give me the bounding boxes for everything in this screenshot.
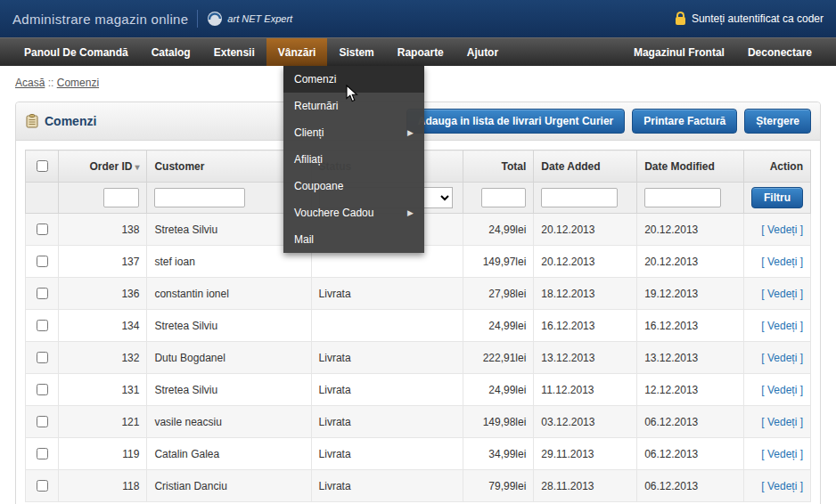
date-modified-cell: 06.12.2013 bbox=[637, 470, 744, 502]
customer-cell: Stretea Silviu bbox=[147, 310, 311, 342]
date-modified-cell: 13.12.2013 bbox=[637, 342, 744, 374]
customer-cell: vasile neacsiu bbox=[147, 406, 311, 438]
nav-item-deconectare[interactable]: Deconectare bbox=[736, 38, 824, 66]
nav-item-catalog[interactable]: Catalog bbox=[140, 38, 202, 66]
add-urgent-curier-button[interactable]: Adauga in lista de livrari Urgent Curier bbox=[406, 109, 625, 134]
order-id-filter-input[interactable] bbox=[103, 188, 139, 207]
date-added-cell: 20.12.2013 bbox=[534, 246, 637, 278]
date-added-cell: 20.12.2013 bbox=[534, 214, 637, 246]
table-row: 134 Stretea Silviu 24,99lei 16.12.2013 1… bbox=[26, 310, 811, 342]
menu-item-coupoane[interactable]: Coupoane bbox=[283, 173, 424, 199]
view-link[interactable]: [ Vedeți ] bbox=[761, 288, 803, 300]
row-checkbox-cell bbox=[26, 342, 59, 374]
total-filter-input[interactable] bbox=[481, 188, 526, 207]
app-title: Administrare magazin online bbox=[12, 12, 188, 27]
print-invoice-button[interactable]: Printare Factură bbox=[632, 109, 737, 134]
date-modified-cell: 12.12.2013 bbox=[637, 374, 744, 406]
nav-item-magazinul-frontal[interactable]: Magazinul Frontal bbox=[622, 38, 736, 66]
menu-item-afiliati[interactable]: Afiliați bbox=[283, 146, 424, 173]
menu-item-returnari[interactable]: Returnări bbox=[283, 93, 424, 119]
view-link[interactable]: [ Vedeți ] bbox=[761, 256, 803, 268]
login-status-text: Sunteți autentificat ca coder bbox=[692, 12, 824, 25]
total-cell: 24,99lei bbox=[463, 214, 534, 246]
action-cell: [ Vedeți ] bbox=[744, 342, 811, 374]
row-checkbox[interactable] bbox=[37, 416, 48, 427]
menu-item-mail[interactable]: Mail bbox=[283, 226, 424, 253]
filter-button-cell: Filtru bbox=[744, 183, 811, 214]
view-link[interactable]: [ Vedeți ] bbox=[761, 320, 803, 332]
view-link[interactable]: [ Vedeți ] bbox=[761, 480, 803, 492]
action-cell: [ Vedeți ] bbox=[744, 374, 811, 406]
row-checkbox-cell bbox=[26, 214, 59, 246]
menu-item-clienti[interactable]: Clienți ▶ bbox=[283, 119, 424, 146]
breadcrumb-current-link[interactable]: Comenzi bbox=[57, 77, 99, 89]
customer-cell: Dutu Bogdanel bbox=[147, 342, 311, 374]
order-id-cell: 136 bbox=[59, 278, 147, 310]
menu-item-vouchere-cadou[interactable]: Vouchere Cadou ▶ bbox=[283, 199, 424, 226]
filter-order-id-cell bbox=[59, 183, 147, 214]
view-link[interactable]: [ Vedeți ] bbox=[761, 352, 803, 364]
row-checkbox[interactable] bbox=[37, 352, 48, 363]
menu-item-vouchere-label: Vouchere Cadou bbox=[294, 207, 373, 219]
filter-date-added-cell bbox=[534, 183, 637, 214]
action-cell: [ Vedeți ] bbox=[744, 470, 811, 502]
nav-item-panoul-de-comanda[interactable]: Panoul De Comandă bbox=[12, 38, 140, 66]
row-checkbox[interactable] bbox=[37, 320, 48, 331]
date-added-cell: 29.11.2013 bbox=[534, 438, 637, 470]
date-added-cell: 16.12.2013 bbox=[534, 310, 637, 342]
login-status: Sunteți autentificat ca coder bbox=[676, 12, 824, 25]
table-row: 132 Dutu Bogdanel Livrata 222,91lei 13.1… bbox=[26, 342, 811, 374]
row-checkbox-cell bbox=[26, 374, 59, 406]
date-modified-cell: 06.12.2013 bbox=[637, 406, 744, 438]
delete-button[interactable]: Ștergere bbox=[744, 109, 811, 134]
row-checkbox[interactable] bbox=[37, 448, 48, 459]
date-modified-cell: 20.12.2013 bbox=[637, 246, 744, 278]
date-added-filter-input[interactable] bbox=[541, 188, 618, 207]
total-cell: 79,99lei bbox=[463, 470, 534, 502]
header-order-id[interactable]: Order ID▾ bbox=[59, 150, 147, 183]
nav-item-sistem[interactable]: Sistem bbox=[327, 38, 385, 66]
page-title: Comenzi bbox=[45, 114, 96, 128]
total-cell: 27,98lei bbox=[463, 278, 534, 310]
order-id-cell: 137 bbox=[59, 246, 147, 278]
breadcrumb-home-link[interactable]: Acasă bbox=[15, 77, 45, 89]
row-checkbox[interactable] bbox=[37, 288, 48, 299]
nav-item-vanzari[interactable]: Vânzări bbox=[266, 38, 328, 66]
brand-divider bbox=[197, 10, 198, 28]
row-checkbox[interactable] bbox=[37, 384, 48, 395]
row-checkbox[interactable] bbox=[37, 480, 48, 492]
order-id-cell: 138 bbox=[59, 214, 147, 246]
date-modified-cell: 06.12.2013 bbox=[637, 438, 744, 470]
sort-desc-icon: ▾ bbox=[135, 162, 139, 172]
action-cell: [ Vedeți ] bbox=[744, 438, 811, 470]
header-date-modified[interactable]: Date Modified bbox=[637, 150, 744, 183]
view-link[interactable]: [ Vedeți ] bbox=[761, 448, 803, 460]
date-modified-filter-input[interactable] bbox=[644, 188, 721, 207]
filter-date-modified-cell bbox=[637, 183, 744, 214]
date-modified-cell: 16.12.2013 bbox=[637, 310, 744, 342]
nav-item-ajutor[interactable]: Ajutor bbox=[455, 38, 510, 66]
row-checkbox[interactable] bbox=[37, 224, 48, 235]
submenu-arrow-icon: ▶ bbox=[407, 128, 414, 137]
customer-filter-input[interactable] bbox=[154, 188, 245, 207]
header-date-added[interactable]: Date Added bbox=[534, 150, 637, 183]
panel-action-buttons: Adauga in lista de livrari Urgent Curier… bbox=[406, 109, 811, 134]
customer-cell: Catalin Galea bbox=[147, 438, 311, 470]
nav-item-extensii[interactable]: Extensii bbox=[202, 38, 266, 66]
date-modified-cell: 20.12.2013 bbox=[637, 214, 744, 246]
nav-item-rapoarte[interactable]: Rapoarte bbox=[386, 38, 455, 66]
row-checkbox-cell bbox=[26, 278, 59, 310]
date-added-cell: 03.12.2013 bbox=[534, 406, 637, 438]
header-total[interactable]: Total bbox=[463, 150, 534, 183]
menu-item-comenzi[interactable]: Comenzi bbox=[283, 66, 424, 93]
total-cell: 149,98lei bbox=[463, 406, 534, 438]
view-link[interactable]: [ Vedeți ] bbox=[761, 416, 803, 428]
order-id-cell: 134 bbox=[59, 310, 147, 342]
view-link[interactable]: [ Vedeți ] bbox=[761, 384, 803, 396]
total-cell: 149,97lei bbox=[463, 246, 534, 278]
view-link[interactable]: [ Vedeți ] bbox=[761, 224, 803, 236]
select-all-checkbox[interactable] bbox=[37, 160, 48, 172]
filter-button[interactable]: Filtru bbox=[751, 187, 803, 208]
row-checkbox[interactable] bbox=[37, 256, 48, 267]
status-cell bbox=[311, 310, 463, 342]
